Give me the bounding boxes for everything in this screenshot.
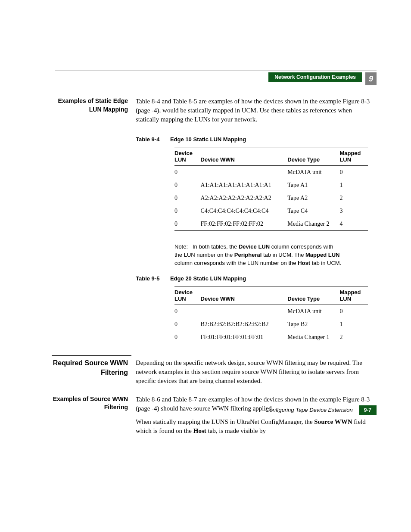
th-device-type-2: Device Type [287, 286, 339, 305]
th-device-type: Device Type [287, 147, 339, 166]
cell-map: 4 [339, 218, 368, 231]
p2d: tab, is made visible by [206, 427, 266, 434]
th-device-wwn-2: Device WWN [201, 286, 288, 305]
cell-lun: 0 [174, 318, 201, 331]
cell-map: 3 [339, 205, 368, 218]
th-device-lun-2: Device LUN [174, 286, 201, 305]
th-mapped-lun-2: Mapped LUN [339, 286, 368, 305]
table-row: 0McDATA unit0 [174, 166, 368, 179]
table-row: 0McDATA unit0 [174, 305, 368, 318]
p2b2: Host [193, 427, 206, 434]
cell-type: Media Changer 2 [287, 218, 339, 231]
cell-type: Tape A2 [287, 192, 339, 205]
section-divider [52, 355, 131, 356]
cell-type: Tape C4 [287, 205, 339, 218]
table-95-label: Table 9-5 [136, 275, 170, 282]
cell-wwn: C4:C4:C4:C4:C4:C4:C4:C4 [201, 205, 288, 218]
cell-map: 0 [339, 305, 368, 318]
cell-lun: 0 [174, 205, 201, 218]
p2b1: Source WWN [314, 418, 352, 425]
cell-lun: 0 [174, 305, 201, 318]
cell-lun: 0 [174, 179, 201, 192]
para-section1: Table 8-4 and Table 8-5 are examples of … [136, 97, 377, 124]
cell-wwn [201, 166, 288, 179]
footer-page: 9-7 [359, 405, 377, 415]
table-row: 0B2:B2:B2:B2:B2:B2:B2:B2Tape B21 [174, 318, 368, 331]
cell-type: McDATA unit [287, 305, 339, 318]
cell-type: Tape A1 [287, 179, 339, 192]
th-device-wwn: Device WWN [201, 147, 288, 166]
para-section3-2: When statically mapping the LUNS in Ultr… [136, 417, 377, 436]
body-required-wwn: Depending on the specific network design… [136, 358, 377, 390]
cell-wwn [201, 305, 288, 318]
cell-type: Tape B2 [287, 318, 339, 331]
note-t5: tab in UCM. [310, 260, 341, 266]
cell-wwn: A1:A1:A1:A1:A1:A1:A1:A1 [201, 179, 288, 192]
heading-required-wwn: Required Source WWN Filtering [52, 358, 136, 390]
table-94: Device LUN Device WWN Device Type Mapped… [174, 147, 368, 231]
note-b1: Device LUN [239, 243, 270, 250]
note-t4: column corresponds with the LUN number o… [174, 260, 298, 266]
note-t3: tab in UCM. The [262, 252, 305, 258]
cell-lun: 0 [174, 192, 201, 205]
th-device-lun: Device LUN [174, 147, 201, 166]
table-94-title: Edge 10 Static LUN Mapping [170, 136, 246, 143]
footer: Configuring Tape Device Extension 9-7 [265, 405, 377, 415]
p2a: When statically mapping the LUNS in Ultr… [136, 418, 314, 425]
table-row: 0A2:A2:A2:A2:A2:A2:A2:A2Tape A22 [174, 192, 368, 205]
table-95-caption: Table 9-5 Edge 20 Static LUN Mapping [136, 275, 377, 282]
cell-map: 1 [339, 318, 368, 331]
cell-wwn: B2:B2:B2:B2:B2:B2:B2:B2 [201, 318, 288, 331]
cell-map: 1 [339, 179, 368, 192]
cell-map: 2 [339, 192, 368, 205]
body-examples-wwn: Table 8-6 and Table 8-7 are examples of … [136, 395, 377, 440]
footer-title: Configuring Tape Device Extension [265, 407, 353, 413]
table-95: Device LUN Device WWN Device Type Mapped… [174, 286, 368, 344]
cell-lun: 0 [174, 166, 201, 179]
table-94-label: Table 9-4 [136, 136, 170, 143]
cell-lun: 0 [174, 331, 201, 344]
cell-map: 0 [339, 166, 368, 179]
cell-wwn: FF:02:FF:02:FF:02:FF:02 [201, 218, 288, 231]
cell-type: Media Changer 1 [287, 331, 339, 344]
note-prefix: Note: [174, 243, 188, 250]
para-section2: Depending on the specific network design… [136, 358, 377, 386]
th-mapped-lun: Mapped LUN [339, 147, 368, 166]
note-b3: Mapped LUN [305, 252, 339, 258]
header-banner: Network Configuration Examples [268, 72, 362, 82]
table-95-title: Edge 20 Static LUN Mapping [170, 275, 246, 282]
note-t1: In both tables, the [193, 243, 239, 250]
table-94-caption: Table 9-4 Edge 10 Static LUN Mapping [136, 136, 377, 143]
heading-examples-wwn: Examples of Source WWN Filtering [52, 395, 136, 440]
cell-map: 2 [339, 331, 368, 344]
note-b2: Peripheral [234, 252, 262, 258]
header-rule [55, 71, 377, 71]
chapter-number: 9 [365, 72, 377, 85]
cell-wwn: FF:01:FF:01:FF:01:FF:01 [201, 331, 288, 344]
table-row: 0FF:02:FF:02:FF:02:FF:02Media Changer 24 [174, 218, 368, 231]
table-row: 0A1:A1:A1:A1:A1:A1:A1:A1Tape A11 [174, 179, 368, 192]
cell-wwn: A2:A2:A2:A2:A2:A2:A2:A2 [201, 192, 288, 205]
cell-type: McDATA unit [287, 166, 339, 179]
note-block: Note: In both tables, the Device LUN col… [174, 243, 342, 268]
table-row: 0C4:C4:C4:C4:C4:C4:C4:C4Tape C43 [174, 205, 368, 218]
note-b4: Host [298, 260, 310, 266]
body-static-edge-lun: Table 8-4 and Table 8-5 are examples of … [136, 97, 377, 128]
heading-static-edge-lun: Examples of Static Edge LUN Mapping [52, 97, 136, 128]
table-row: 0FF:01:FF:01:FF:01:FF:01Media Changer 12 [174, 331, 368, 344]
cell-lun: 0 [174, 218, 201, 231]
